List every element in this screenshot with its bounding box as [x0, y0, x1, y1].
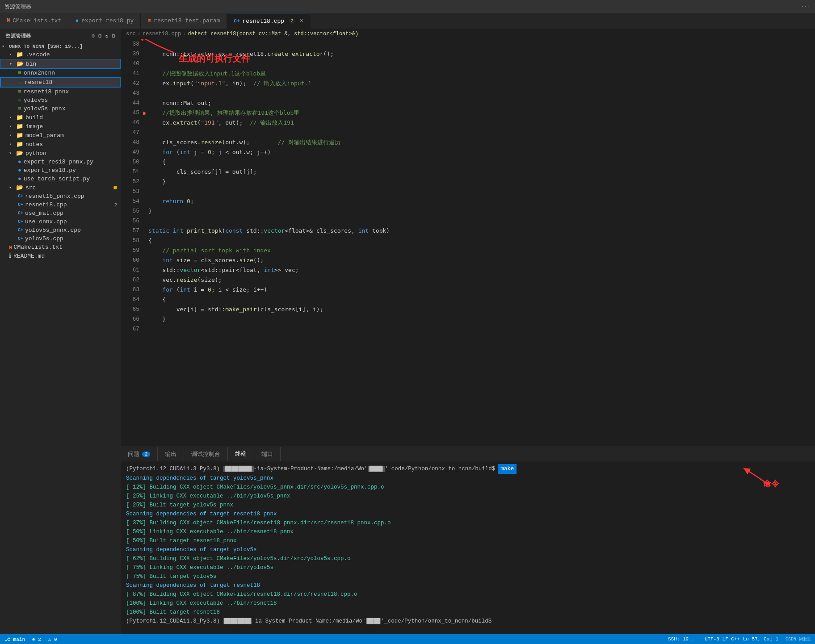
sidebar-header-icons: ⊕ ⊞ ↻ ⊟ — [92, 33, 115, 39]
term-line-1: Scanning dependencies of target yolov5s_… — [126, 474, 810, 483]
sidebar-item-export-py[interactable]: ● export_res18.py — [0, 166, 121, 175]
yolov5s-pnnx-bin-label: yolov5s_pnnx — [24, 105, 66, 112]
sidebar-item-cmake[interactable]: M CMakeLists.txt — [0, 243, 121, 251]
sidebar-item-model-param[interactable]: › 📁 model_param — [0, 131, 121, 140]
sidebar: 资源管理器 ⊕ ⊞ ↻ ⊟ ▾ ONNX_TO_NCNN [SSH: 19...… — [0, 29, 121, 634]
exec-icon-onnx: ≡ — [18, 70, 21, 76]
status-bar: ⎇ main ⊗ 2 ⚠ 0 SSH: 19... UTF-8 LF C++ L… — [0, 634, 815, 644]
term-line-14: [ 87%] Building CXX object CMakeFiles/re… — [126, 590, 810, 599]
cmake-label: CMakeLists.txt — [14, 244, 63, 251]
vscode-label: .vscode — [25, 51, 50, 58]
cpp-icon-5: C+ — [18, 228, 23, 233]
sidebar-item-torch-py[interactable]: ● use_torch_script.py — [0, 175, 121, 183]
tab-export-label: export_res18.py — [81, 17, 134, 24]
tab-cmake[interactable]: M CMakeLists.txt — [0, 13, 68, 29]
useonnx-cpp-label: use_onnx.cpp — [25, 218, 67, 225]
tab-output[interactable]: 输出 — [158, 447, 184, 461]
tab-debug-label: 调试控制台 — [191, 450, 220, 458]
yolo-cpp-label: yolov5s.cpp — [25, 235, 63, 242]
usemat-cpp-label: use_mat.cpp — [25, 210, 63, 217]
breadcrumb-function: detect_resnet18(const cv::Mat &, std::ve… — [188, 31, 358, 37]
sidebar-item-yolo-cpp[interactable]: C+ yolov5s.cpp — [0, 234, 121, 243]
term-line-10: [ 62%] Building CXX object CMakeFiles/yo… — [126, 554, 810, 563]
status-right: UTF-8 LF C++ Ln 57, Col 1 — [705, 636, 778, 642]
tab-param[interactable]: ≡ resnet18_test.param — [141, 13, 227, 29]
py-icon-2: ● — [18, 167, 21, 174]
sidebar-item-python[interactable]: ▾ 📂 python — [0, 149, 121, 158]
exec-icon-r18pnnx: ≡ — [18, 88, 21, 95]
py-icon-3: ● — [18, 176, 21, 182]
sidebar-tree: ▾ ONNX_TO_NCNN [SSH: 19...] › 📁 .vscode … — [0, 43, 121, 634]
terminal-command: make — [498, 464, 517, 474]
image-label: image — [25, 123, 43, 130]
tab-bar: M CMakeLists.txt ● export_res18.py ≡ res… — [0, 13, 815, 29]
sidebar-item-yolov5s-bin[interactable]: ≡ yolov5s — [0, 96, 121, 105]
tab-resnet-close[interactable]: × — [300, 17, 303, 25]
folder-icon-vscode: 📁 — [16, 51, 23, 58]
sidebar-item-usemat-cpp[interactable]: C+ use_mat.cpp — [0, 209, 121, 217]
sidebar-item-readme[interactable]: ℹ README.md — [0, 251, 121, 260]
sidebar-item-yolov5s-pnnx-bin[interactable]: ≡ yolov5s_pnnx — [0, 105, 121, 113]
folder-icon-python: 📂 — [16, 150, 23, 157]
sidebar-item-useonnx-cpp[interactable]: C+ use_onnx.cpp — [0, 217, 121, 226]
term-line-7: [ 50%] Linking CXX executable ../bin/res… — [126, 527, 810, 536]
term-line-17: (Pytorch1.12_CUDA11.3_Py3.8) ████████-ia… — [126, 617, 810, 626]
readme-icon: ℹ — [9, 252, 11, 259]
term-line-4: [ 25%] Built target yolov5s_pnnx — [126, 501, 810, 510]
tab-terminal[interactable]: 终端 — [228, 447, 254, 461]
tab-resnet[interactable]: C+ resnet18.cpp 2 × — [227, 13, 311, 29]
sidebar-item-build[interactable]: › 📁 build — [0, 113, 121, 122]
term-line-12: [ 75%] Built target yolov5s — [126, 572, 810, 581]
sidebar-item-yolopnnx-cpp[interactable]: C+ yolov5s_pnnx.cpp — [0, 226, 121, 234]
tab-param-label: resnet18_test.param — [154, 17, 220, 24]
tab-ports[interactable]: 端口 — [254, 447, 281, 461]
src-label: src — [25, 184, 36, 191]
yolopnnx-cpp-label: yolov5s_pnnx.cpp — [25, 227, 81, 234]
sidebar-item-resnet18-cpp[interactable]: C+ resnet18.cpp 2 — [0, 201, 121, 209]
breadcrumb-file: resnet18.cpp — [143, 31, 181, 37]
main-layout: 资源管理器 ⊕ ⊞ ↻ ⊟ ▾ ONNX_TO_NCNN [SSH: 19...… — [0, 29, 815, 634]
term-line-16: [100%] Built target resnet18 — [126, 608, 810, 617]
build-label: build — [25, 114, 43, 121]
tab-ports-label: 端口 — [261, 450, 273, 458]
status-branch: ⎇ main — [4, 636, 25, 642]
editor: 3839404142 4344454647 4849505152 5354555… — [121, 39, 815, 447]
exec-icon-yolo: ≡ — [18, 97, 21, 104]
root-label: ONNX_TO_NCNN [SSH: 19...] — [9, 44, 83, 49]
model-param-label: model_param — [25, 132, 64, 139]
cpp-icon-6: C+ — [18, 236, 23, 241]
cpp-icon-3: C+ — [18, 211, 23, 216]
tab-terminal-label: 终端 — [235, 450, 247, 458]
sidebar-item-resnet18-pnnx-bin[interactable]: ≡ resnet18_pnnx — [0, 88, 121, 96]
export-pnnx-py-label: export_res18_pnnx.py — [24, 159, 93, 165]
sidebar-item-resnet18-bin[interactable]: ≡ resnet18 — [0, 77, 121, 88]
cpp-icon-1: C+ — [18, 194, 23, 199]
tab-debug[interactable]: 调试控制台 — [184, 447, 228, 461]
sidebar-root[interactable]: ▾ ONNX_TO_NCNN [SSH: 19...] — [0, 43, 121, 50]
sidebar-item-notes[interactable]: › 📁 notes — [0, 140, 121, 149]
sidebar-item-vscode[interactable]: › 📁 .vscode — [0, 50, 121, 59]
terminal-content[interactable]: (Pytorch1.12_CUDA11.3_Py3.8) ████████-ia… — [121, 461, 815, 634]
collapse-icon[interactable]: ⊟ — [112, 33, 115, 39]
folder-icon-build: 📁 — [16, 114, 23, 121]
sidebar-item-onnx2ncnn[interactable]: ≡ onnx2ncnn — [0, 69, 121, 77]
sidebar-item-r18pnnx-cpp[interactable]: C+ resnet18_pnnx.cpp — [0, 192, 121, 201]
line-numbers: 3839404142 4344454647 4849505152 5354555… — [121, 39, 143, 447]
tab-problems[interactable]: 问题 2 — [121, 447, 158, 461]
sidebar-item-image[interactable]: › 📁 image — [0, 122, 121, 131]
tab-export[interactable]: ● export_res18.py — [68, 13, 141, 29]
readme-label: README.md — [13, 253, 45, 259]
sidebar-item-bin[interactable]: ▾ 📂 bin — [0, 59, 121, 69]
sidebar-item-src[interactable]: ▾ 📂 src — [0, 183, 121, 192]
sidebar-item-export-pnnx-py[interactable]: ● export_res18_pnnx.py — [0, 158, 121, 166]
term-line-3: [ 25%] Linking CXX executable ../bin/yol… — [126, 492, 810, 501]
code-editor[interactable]: ncnn::Extractor ex = resnet18.create_ext… — [143, 39, 815, 447]
resnet18-cpp-errors: 2 — [114, 202, 117, 208]
new-file-icon[interactable]: ⊕ — [92, 33, 95, 39]
panel-tabs: 问题 2 输出 调试控制台 终端 端口 — [121, 447, 815, 461]
new-folder-icon[interactable]: ⊞ — [98, 33, 101, 39]
cpp-icon-2: C+ — [18, 202, 23, 207]
status-info: SSH: 19... — [668, 636, 697, 642]
cmake-icon: M — [9, 245, 12, 250]
refresh-icon[interactable]: ↻ — [105, 33, 109, 39]
